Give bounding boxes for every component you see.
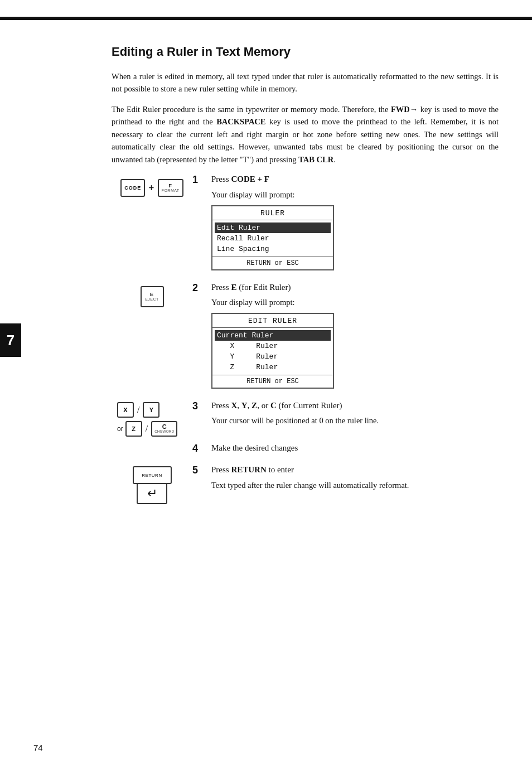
step-3-section: X / Y or Z / bbox=[112, 400, 499, 437]
step-3-subtext: Your cursor will be positioned at 0 on t… bbox=[211, 416, 499, 425]
menu-edit-ruler-body: Current Ruler X Ruler Y Ruler Z Ruler bbox=[212, 328, 333, 375]
step-number-5: 5 bbox=[192, 464, 208, 477]
step-1-row: 1 Press CODE + F bbox=[192, 173, 499, 186]
step-2-section: E EJECT 2 Press E (for Edit Ruler) Your … bbox=[112, 282, 499, 394]
page-title: Editing a Ruler in Text Memory bbox=[112, 45, 499, 59]
f-key: F FORMAT bbox=[158, 179, 183, 197]
step-1-keys: CODE + F FORMAT bbox=[112, 173, 192, 198]
step-1-section: CODE + F FORMAT 1 Press CODE + F Your di… bbox=[112, 173, 499, 275]
step-3-key-grid: X / Y or Z / bbox=[117, 402, 177, 437]
e-key: E EJECT bbox=[141, 286, 164, 307]
step-2-text: Press E (for Edit Ruler) bbox=[211, 282, 291, 293]
step-5-text: Press RETURN to enter bbox=[211, 464, 294, 476]
z-key: Z bbox=[125, 421, 142, 437]
step-5-subtext: Text typed after the ruler change will a… bbox=[211, 481, 499, 490]
chapter-tab: 7 bbox=[0, 323, 21, 357]
menu-item-y-ruler: Y Ruler bbox=[217, 351, 328, 362]
menu-edit-ruler-footer: RETURN or ESC bbox=[212, 375, 333, 388]
step-5-content: 5 Press RETURN to enter Text typed after… bbox=[192, 464, 499, 494]
x-key: X bbox=[117, 402, 134, 418]
return-key-illustration: RETURN ↵ bbox=[133, 466, 172, 504]
or-label: or bbox=[117, 425, 123, 433]
step-5-row: 5 Press RETURN to enter bbox=[192, 464, 499, 477]
menu-box-ruler: RULER Edit Ruler Recall Ruler Line Spaci… bbox=[211, 205, 334, 270]
menu-ruler-body: Edit Ruler Recall Ruler Line Spacing bbox=[212, 220, 333, 257]
step-3-text: Press X, Y, Z, or C (for Current Ruler) bbox=[211, 400, 342, 412]
step-4-content: 4 Make the desired changes bbox=[192, 442, 499, 458]
code-key: CODE bbox=[120, 179, 145, 197]
return-key-top: RETURN bbox=[133, 466, 172, 484]
paragraph-2: The Edit Ruler procedure is the same in … bbox=[112, 103, 499, 166]
step-number-4: 4 bbox=[192, 442, 208, 455]
step-number-1: 1 bbox=[192, 173, 208, 186]
key-row-xy: X / Y bbox=[117, 402, 159, 418]
menu-item-edit-ruler: Edit Ruler bbox=[215, 223, 331, 233]
menu-edit-ruler-title: EDIT RULER bbox=[212, 314, 333, 328]
step-number-2: 2 bbox=[192, 282, 208, 294]
step-5-section: RETURN ↵ 5 Press RETURN to enter Text ty… bbox=[112, 464, 499, 504]
step-1-text: Press CODE + F bbox=[211, 173, 269, 185]
step-4-text: Make the desired changes bbox=[211, 442, 298, 454]
step-4-row: 4 Make the desired changes bbox=[192, 442, 499, 455]
plus-sign: + bbox=[148, 178, 154, 198]
page-container: 7 74 Editing a Ruler in Text Memory When… bbox=[0, 0, 532, 769]
step-4-keys bbox=[112, 442, 192, 444]
step-3-row: 3 Press X, Y, Z, or C (for Current Ruler… bbox=[192, 400, 499, 413]
step-3-keys: X / Y or Z / bbox=[112, 400, 192, 437]
menu-ruler-title: RULER bbox=[212, 206, 333, 220]
menu-item-current-ruler: Current Ruler bbox=[215, 330, 331, 341]
step-1-subtext: Your display will prompt: bbox=[211, 190, 499, 200]
y-key: Y bbox=[143, 402, 159, 418]
step-4-section: 4 Make the desired changes bbox=[112, 442, 499, 458]
return-key-bottom: ↵ bbox=[137, 483, 167, 504]
top-border bbox=[0, 17, 532, 20]
menu-item-x-ruler: X Ruler bbox=[217, 341, 328, 351]
page-number: 74 bbox=[33, 743, 43, 752]
step-2-subtext: Your display will prompt: bbox=[211, 298, 499, 307]
chapter-number: 7 bbox=[7, 332, 14, 349]
step-3-content: 3 Press X, Y, Z, or C (for Current Ruler… bbox=[192, 400, 499, 430]
step-2-content: 2 Press E (for Edit Ruler) Your display … bbox=[192, 282, 499, 394]
menu-ruler-footer: RETURN or ESC bbox=[212, 257, 333, 269]
c-key: C CHGWORD bbox=[151, 421, 177, 437]
menu-box-edit-ruler: EDIT RULER Current Ruler X Ruler Y Ruler… bbox=[211, 313, 334, 389]
step-2-keys: E EJECT bbox=[112, 282, 192, 307]
main-content: Editing a Ruler in Text Memory When a ru… bbox=[112, 33, 499, 736]
menu-item-z-ruler: Z Ruler bbox=[217, 362, 328, 373]
menu-item-recall-ruler: Recall Ruler bbox=[217, 233, 328, 244]
key-row-zc: Z / C CHGWORD bbox=[125, 421, 177, 437]
step-1-content: 1 Press CODE + F Your display will promp… bbox=[192, 173, 499, 275]
step-2-row: 2 Press E (for Edit Ruler) bbox=[192, 282, 499, 294]
step-number-3: 3 bbox=[192, 400, 208, 413]
paragraph-1: When a ruler is edited in memory, all te… bbox=[112, 70, 499, 95]
menu-item-line-spacing: Line Spacing bbox=[217, 244, 328, 254]
step-5-keys: RETURN ↵ bbox=[112, 464, 192, 504]
return-arrow-icon: ↵ bbox=[147, 486, 157, 501]
